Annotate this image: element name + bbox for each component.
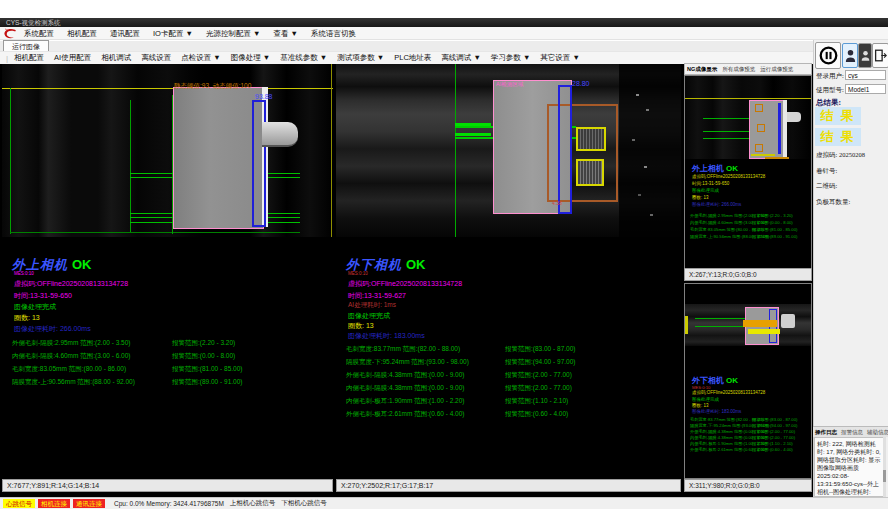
pv-bot-done: 图像处理完成 (692, 397, 719, 402)
heartbeat-badge: 心跳信号 (3, 499, 35, 508)
pv-top-loop: 圈数: 13 (692, 195, 709, 200)
tool-camera-debug[interactable]: 相机调试 (101, 53, 131, 63)
pv-bot-yellow-tick (685, 316, 688, 334)
menu-item-comm-config[interactable]: 通讯配置 (110, 27, 140, 40)
mid-mes-text: MES:0:10 (348, 271, 368, 276)
pv-top-yellow-line (685, 98, 811, 99)
lower-camera-heartbeat: 下相机心跳信号 (281, 499, 327, 508)
mid-ai-roi-label: AI检测区域 (496, 81, 523, 88)
toolbar-grip-icon: | (6, 54, 8, 63)
menu-item-camera-config[interactable]: 相机配置 (67, 27, 97, 40)
mid-green-v (455, 64, 456, 237)
tool-spot-check[interactable]: 点检设置 ▼ (181, 53, 221, 63)
left-barcode-line: 虚拟码:OFFline20250208133134728 (14, 279, 128, 289)
app-logo-icon (3, 28, 18, 39)
pause-button[interactable] (815, 42, 841, 69)
preview-top-view[interactable] (685, 76, 811, 159)
measure-text: 内侧毛刺-极耳:1.90mm 范围:(1.00 - 2.20) (346, 397, 464, 406)
log-tab-operation[interactable]: 操作日志 (815, 429, 837, 436)
alarm-text: 报警范围:(83.00 - 87.00) (505, 345, 575, 354)
left-coord-readout: X:7677;Y:891;R:14;G:14;B:14 (2, 479, 333, 492)
log-tab-bar: 操作日志 报警信息 辅助信息 (813, 426, 888, 437)
alarm-text: 报警范围:(0.60 - 4.00) (505, 410, 568, 419)
measure-text: 内侧毛刺-隔膜:4.60mm 范围:(3.00 - 6.00) (12, 352, 130, 361)
barcode-label: 虚拟码: 20250208 (816, 151, 865, 160)
pv-row: 报警范围:(89.00 - 91.00) (752, 234, 797, 239)
menu-bar: 系统配置 相机配置 通讯配置 IO卡配置 ▼ 光源控制配置 ▼ 查看 ▼ 系统语… (0, 27, 888, 40)
left-right-edge-line (331, 64, 332, 237)
menu-item-io-config[interactable]: IO卡配置 ▼ (153, 27, 193, 40)
camera-link-badge: 相机连接 (38, 499, 70, 508)
mid-green-thick1 (455, 123, 491, 126)
pv-bot-ng-highlight (743, 320, 777, 327)
mid-barcode-line: 虚拟码:OFFline20250208133134728 (348, 279, 462, 289)
left-width-value: 93.88 (255, 93, 273, 100)
preview-tab-ng[interactable]: NG成像显示 (687, 66, 717, 73)
preview-bottom-coord: X:311;Y:980;R:0;G:0;B:0 (684, 479, 812, 492)
preview-tab-run[interactable]: 运行成像预览 (760, 66, 793, 73)
mid-speckles (636, 94, 639, 96)
log-output[interactable]: 耗时: 222, 网络检测耗时: 17, 网络分类耗时: 0, 网络提取分区耗时… (814, 437, 885, 497)
log-scrollbar-thumb[interactable] (883, 470, 886, 482)
left-loop-line: 圈数: 13 (14, 313, 40, 323)
tool-image-process[interactable]: 图像处理 ▼ (231, 53, 271, 63)
pause-icon (819, 46, 838, 65)
user-login-button[interactable] (842, 43, 858, 68)
log-tab-assist[interactable]: 辅助信息 (867, 429, 888, 436)
tool-offline-debug[interactable]: 离线调试 ▼ (441, 53, 481, 63)
user-manage-button[interactable] (858, 43, 872, 68)
measure-text: 毛刺宽度:83.05mm 范围:(80.00 - 86.00) (12, 365, 126, 374)
menu-item-system-config[interactable]: 系统配置 (24, 27, 54, 40)
exit-door-icon (874, 48, 887, 63)
model-input[interactable] (845, 84, 886, 94)
cpu-memory-readout: Cpu: 0.0% Memory: 3424.41796875M (114, 500, 224, 507)
tool-plc-table[interactable]: PLC地址表 (394, 53, 431, 63)
tool-ai-config[interactable]: AI使用配置 (54, 53, 91, 63)
mid-coord-readout: X:270;Y:2502;R:17;G:17;B:17 (336, 479, 681, 492)
menu-item-language[interactable]: 系统语言切换 (311, 27, 356, 40)
log-tab-alarm[interactable]: 报警信息 (841, 429, 863, 436)
mid-tab-roi-2 (576, 159, 604, 186)
tool-baseline-params[interactable]: 基准线参数 ▼ (280, 53, 327, 63)
left-elapsed-line: 图像处理耗时: 266.00ms (14, 324, 91, 334)
pv-top-yellow-text-mark (751, 154, 775, 156)
preview-tab-all[interactable]: 所有成像预览 (722, 66, 755, 73)
result-box-upper: 结 果 (815, 107, 861, 125)
left-time-line: 时间:13-31-59-650 (14, 291, 72, 301)
tool-offline-setting[interactable]: 离线设置 (141, 53, 171, 63)
tool-camera-config[interactable]: 相机配置 (14, 53, 44, 63)
tool-test-params[interactable]: 测试项参数 ▼ (337, 53, 384, 63)
alarm-text: 报警范围:(81.00 - 85.00) (172, 365, 242, 374)
login-user-input[interactable] (845, 70, 886, 80)
mid-tab-roi-1 (576, 127, 606, 151)
pv-row: 报警范围:(1.10 - 2.10) (752, 441, 793, 446)
left-camera-view[interactable]: 静态阈值:93, 动态阈值:100 93.88 (2, 64, 333, 237)
left-threshold-text: 静态阈值:93, 动态阈值:100 (174, 82, 251, 91)
user-dark-icon (861, 49, 870, 62)
exit-button[interactable] (872, 43, 888, 68)
mid-camera-view[interactable]: AI检测区域 28.80 4.38 (336, 64, 681, 237)
mid-done-line: 图像处理完成 (348, 311, 390, 321)
pv-bot-elapsed: 图像处理耗时: 183.00ms (692, 409, 741, 414)
pv-top-orange-mark-1 (755, 104, 763, 112)
pv-top-done: 图像处理完成 (692, 188, 719, 193)
tool-learn-params[interactable]: 学习参数 ▼ (491, 53, 531, 63)
tab-strip (0, 41, 813, 51)
pv-top-electrode-tab (787, 112, 801, 122)
alarm-text: 报警范围:(0.00 - 8.00) (172, 352, 235, 361)
log-scrollbar[interactable] (883, 437, 886, 497)
result-box-lower: 结 果 (815, 128, 861, 146)
measure-text: 外侧毛刺-隔膜:2.95mm 范围:(2.00 - 3.50) (12, 339, 130, 348)
pv-row: 报警范围:(0.60 - 4.00) (752, 447, 793, 452)
comm-link-badge: 通讯连接 (73, 499, 105, 508)
pv-row: 报警范围:(81.00 - 85.00) (752, 227, 797, 232)
measure-text: 毛刺宽度:83.77mm 范围:(82.00 - 88.00) (346, 345, 460, 354)
left-green-bottom (10, 232, 300, 233)
menu-item-view[interactable]: 查看 ▼ (273, 27, 298, 40)
measure-text: 隔膜宽度-上:90.56mm 范围:(88.00 - 92.00) (12, 378, 135, 387)
barcode-value: 20250208 (839, 151, 865, 158)
left-status-ok: OK (72, 257, 92, 272)
pv-top-white-strip (783, 100, 787, 157)
menu-item-light-config[interactable]: 光源控制配置 ▼ (206, 27, 261, 40)
tool-other-settings[interactable]: 其它设置 ▼ (540, 53, 580, 63)
